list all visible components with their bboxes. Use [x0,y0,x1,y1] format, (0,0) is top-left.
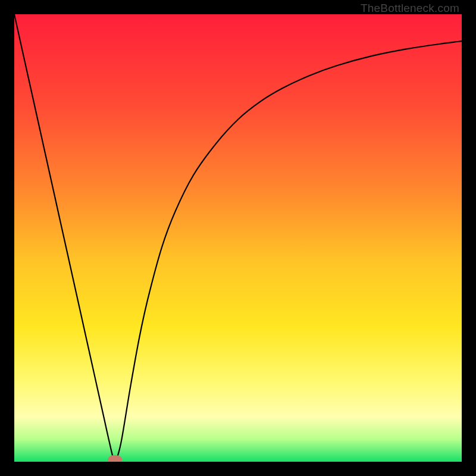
chart-frame [14,14,462,462]
gradient-background [14,14,462,462]
watermark-label: TheBottleneck.com [361,2,459,15]
bottleneck-chart [14,14,462,462]
